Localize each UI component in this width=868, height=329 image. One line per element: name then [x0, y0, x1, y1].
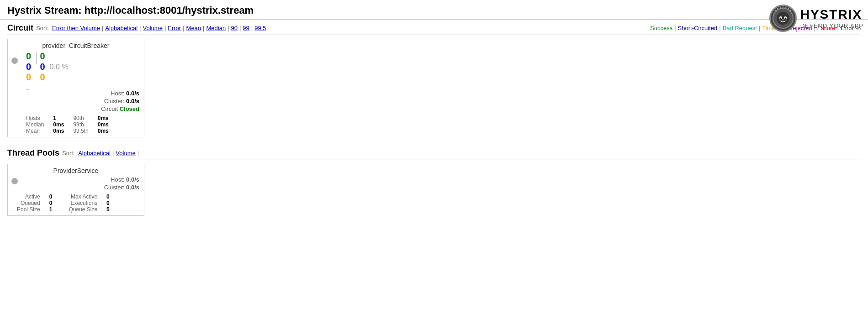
hosts-val: 1	[53, 115, 64, 121]
threadpool-stats: Active Queued Pool Size 0 0 1 Max Active…	[17, 193, 139, 213]
mean-label: Mean	[26, 128, 44, 134]
circuit-error-pct: 0.0 %	[50, 63, 69, 71]
legend-bad-request: Bad Request	[723, 25, 757, 31]
circuit-mini-graph-label: _	[26, 84, 139, 90]
circuit-percentile-vals: 0ms 0ms 0ms	[98, 115, 109, 134]
median-val: 0ms	[53, 121, 64, 128]
num-separator: |	[35, 51, 38, 64]
tp-col-labels1: Active Queued Pool Size	[17, 193, 40, 213]
tp-active-val: 0	[49, 193, 53, 200]
circuit-numbers: 0 0 0 | 0 0 0 0.0 %	[26, 51, 139, 83]
tp-col-labels2: Max Active Executions Queue Size	[69, 193, 97, 213]
page-header: Hystrix Stream: http://localhost:8001/hy…	[0, 0, 868, 20]
p995-val: 0ms	[98, 128, 109, 134]
circuit-section: Circuit Sort: Error then Volume | Alphab…	[0, 20, 868, 141]
tp-host-label: Host:	[111, 176, 126, 183]
threadpool-host-rate-row: Host: 0.0/s	[26, 176, 139, 183]
svg-point-1	[777, 12, 789, 25]
circuit-host-rate: 0.0/s	[126, 90, 139, 97]
svg-line-3	[780, 6, 781, 9]
circuit-sort: Sort: Error then Volume | Alphabetical |…	[36, 25, 647, 31]
p99-label: 99th	[73, 121, 88, 128]
mean-val: 0ms	[53, 128, 64, 134]
tp-active-label: Active	[25, 193, 40, 200]
sort-99-5[interactable]: 99.5	[254, 25, 266, 31]
svg-point-13	[779, 20, 782, 21]
sort-90[interactable]: 90	[231, 25, 238, 31]
circuit-indicator	[11, 57, 18, 64]
sort-99[interactable]: 99	[243, 25, 249, 31]
logo-text: HYSTRIX Defend Your App	[800, 7, 863, 29]
circuit-sort-label: Sort:	[36, 25, 48, 31]
circuit-num-success-bot: 0	[40, 51, 45, 62]
tp-queued-label: Queued	[21, 200, 40, 206]
circuit-cluster-rate: 0.0/s	[126, 98, 139, 104]
circuit-stats: Hosts Median Mean 1 0ms 0ms 90th 99th 99…	[26, 115, 139, 134]
p995-label: 99.5th	[73, 128, 88, 134]
circuit-cluster-label: Cluster:	[104, 98, 126, 104]
circuit-card: provider_CircuitBreaker 0 0 0 | 0 0 0 0.…	[7, 39, 144, 137]
p90-val: 0ms	[98, 115, 109, 121]
circuit-percentile-labels: 90th 99th 99.5th	[73, 115, 88, 134]
hystrix-logo: HYSTRIX Defend Your App	[769, 5, 863, 32]
svg-line-4	[785, 6, 786, 9]
circuit-num-timeout-top: 0	[26, 72, 31, 83]
logo-icon	[769, 5, 797, 32]
threadpools-section-title: Thread Pools	[7, 148, 59, 158]
tp-executions-val: 0	[106, 200, 110, 206]
threadpools-sort-label: Sort:	[62, 150, 74, 157]
hosts-label: Hosts	[26, 115, 44, 121]
circuit-status-value: Closed	[120, 105, 139, 112]
circuit-num-short-bot: 0	[40, 62, 45, 72]
circuit-stats-vals: 1 0ms 0ms	[53, 115, 64, 134]
legend-short-circuited: Short-Circuited	[678, 25, 718, 31]
logo-title: HYSTRIX	[800, 7, 863, 22]
svg-point-15	[782, 19, 784, 21]
circuit-num-col-left: 0 0 0	[26, 51, 31, 83]
svg-point-14	[784, 20, 787, 21]
threadpools-section: Thread Pools Sort: Alphabetical | Volume…	[0, 145, 868, 219]
circuit-cluster-rates: Cluster: 0.0/s	[26, 98, 139, 104]
sort-volume[interactable]: Volume	[143, 25, 163, 31]
circuit-num-timeout-bot: 0	[40, 72, 45, 83]
svg-point-11	[780, 18, 781, 19]
p90-label: 90th	[73, 115, 88, 121]
sort-median[interactable]: Median	[206, 25, 226, 31]
circuit-num-short-top: 0	[26, 62, 31, 72]
median-label: Median	[26, 121, 44, 128]
svg-point-12	[784, 18, 786, 19]
tp-col-vals1: 0 0 1	[49, 193, 53, 213]
p99-val: 0ms	[98, 121, 109, 128]
page-title: Hystrix Stream: http://localhost:8001/hy…	[7, 5, 861, 16]
circuit-section-title: Circuit	[7, 23, 33, 33]
legend-success: Success	[650, 25, 672, 31]
tp-cluster-rate: 0.0/s	[126, 184, 139, 191]
threadpools-header: Thread Pools Sort: Alphabetical | Volume…	[7, 146, 861, 160]
tp-col-vals2: 0 0 5	[106, 193, 110, 213]
sort-alphabetical[interactable]: Alphabetical	[105, 25, 138, 31]
tp-poolsize-label: Pool Size	[17, 206, 40, 213]
circuit-label: Circuit	[101, 105, 119, 112]
sort-error[interactable]: Error	[168, 25, 181, 31]
circuit-stats-labels: Hosts Median Mean	[26, 115, 44, 134]
circuit-rates: Host: 0.0/s	[26, 90, 139, 97]
tp-queuesize-label: Queue Size	[69, 206, 97, 213]
tp-executions-label: Executions	[70, 200, 97, 206]
tp-cluster-label: Cluster:	[104, 184, 126, 191]
tp-host-rate: 0.0/s	[126, 176, 139, 183]
tp-sort-volume[interactable]: Volume	[116, 150, 135, 157]
sort-mean[interactable]: Mean	[186, 25, 201, 31]
circuit-host-label: Host:	[111, 90, 126, 97]
tp-sort-alphabetical[interactable]: Alphabetical	[78, 150, 111, 157]
threadpools-sort: Sort: Alphabetical | Volume |	[62, 150, 140, 157]
circuit-num-col-right: 0 0 0	[40, 51, 45, 83]
logo-subtitle: Defend Your App	[800, 22, 863, 30]
threadpool-card-title: ProviderService	[12, 167, 139, 174]
sort-error-then-volume[interactable]: Error then Volume	[52, 25, 100, 31]
circuit-num-success-top: 0	[26, 51, 31, 62]
tp-queued-val: 0	[49, 200, 53, 206]
tp-poolsize-val: 1	[49, 206, 53, 213]
threadpool-card: ProviderService Host: 0.0/s Cluster: 0.0…	[7, 164, 144, 216]
tp-maxactive-label: Max Active	[71, 193, 97, 200]
circuit-header: Circuit Sort: Error then Volume | Alphab…	[7, 21, 861, 35]
